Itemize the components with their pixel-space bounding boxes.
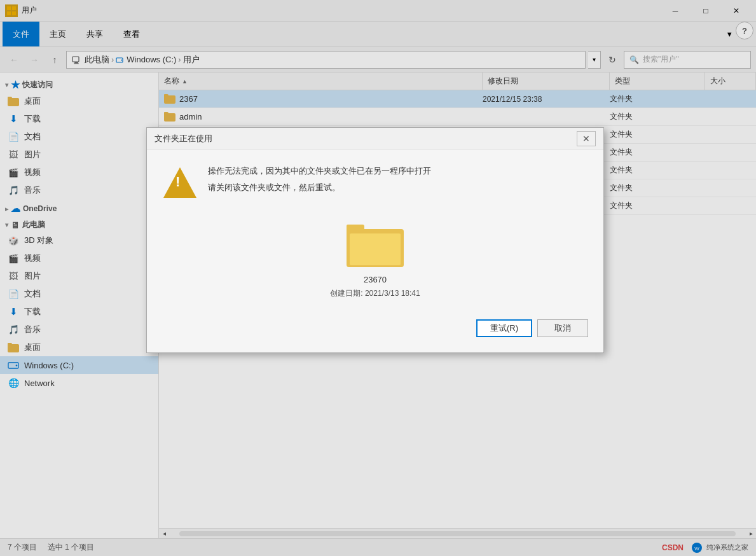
dialog-overlay: 文件夹正在使用 ✕ 操作无法完成，因为其中的文件夹或文件已在另一程序中打开 请关… <box>0 0 756 556</box>
dialog-folder-in-use: 文件夹正在使用 ✕ 操作无法完成，因为其中的文件夹或文件已在另一程序中打开 请关… <box>146 127 604 353</box>
folder-icon-large <box>347 219 404 267</box>
dialog-title-bar: 文件夹正在使用 ✕ <box>147 128 603 149</box>
dialog-folder-area: 23670 创建日期: 2021/3/13 18:41 <box>162 213 588 312</box>
retry-button[interactable]: 重试(R) <box>476 319 532 337</box>
dialog-sub-text: 请关闭该文件夹或文件，然后重试。 <box>208 182 588 193</box>
dialog-close-button[interactable]: ✕ <box>577 131 596 146</box>
folder-date: 创建日期: 2021/3/13 18:41 <box>330 288 420 299</box>
dialog-message-row: 操作无法完成，因为其中的文件夹或文件已在另一程序中打开 请关闭该文件夹或文件，然… <box>162 165 588 200</box>
cancel-button[interactable]: 取消 <box>537 319 588 337</box>
dialog-title: 文件夹正在使用 <box>155 133 577 144</box>
warning-icon <box>162 165 198 200</box>
dialog-buttons: 重试(R) 取消 <box>162 312 588 342</box>
folder-name: 23670 <box>364 275 387 284</box>
dialog-main-text: 操作无法完成，因为其中的文件夹或文件已在另一程序中打开 <box>208 165 588 178</box>
dialog-text: 操作无法完成，因为其中的文件夹或文件已在另一程序中打开 请关闭该文件夹或文件，然… <box>208 165 588 193</box>
dialog-body: 操作无法完成，因为其中的文件夹或文件已在另一程序中打开 请关闭该文件夹或文件，然… <box>147 149 603 352</box>
